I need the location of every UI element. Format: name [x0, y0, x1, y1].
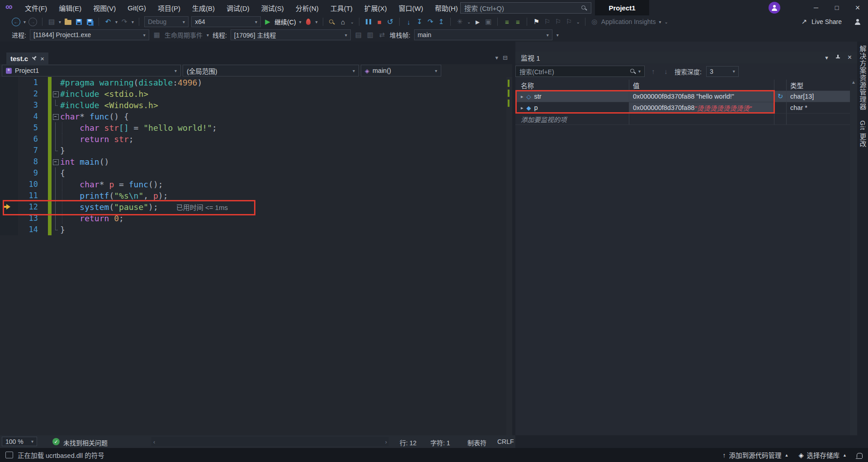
copy-icon[interactable]: ▣: [484, 17, 492, 27]
code-text[interactable]: char* func() {: [60, 111, 506, 122]
search-depth-combo[interactable]: 3▾: [706, 66, 739, 77]
code-line[interactable]: 12system("pause");已用时间 <= 1ms: [0, 201, 506, 213]
parallel-stacks-icon[interactable]: ▥: [366, 30, 374, 40]
navigate-forward-icon[interactable]: →: [28, 17, 37, 27]
close-panel-icon[interactable]: ×: [848, 53, 852, 62]
code-line[interactable]: 7}: [0, 145, 506, 156]
column-header-type[interactable]: 类型: [787, 80, 850, 90]
editor-dropdown-icon[interactable]: ▾: [495, 54, 499, 61]
break-all-icon[interactable]: [364, 17, 373, 27]
toggle-threads-icon[interactable]: ⇄: [378, 30, 386, 40]
code-line[interactable]: 6return str;: [0, 133, 506, 145]
expander-icon[interactable]: ▸: [521, 94, 524, 100]
notifications-bell-icon[interactable]: [857, 453, 863, 458]
breakpoint-margin[interactable]: [0, 111, 18, 122]
watch-name-cell[interactable]: ▸◆p: [515, 102, 629, 113]
account-avatar[interactable]: [769, 2, 780, 14]
status-column[interactable]: 字符: 1: [430, 438, 450, 447]
fold-collapse-button[interactable]: [52, 88, 60, 100]
code-text[interactable]: char str[] = "hello world!";: [60, 122, 506, 133]
menu-item[interactable]: 编辑(E): [53, 3, 87, 13]
watch-panel-header[interactable]: 监视 1 ▾ ×: [515, 52, 857, 63]
search-prev-icon[interactable]: ↑: [649, 67, 657, 76]
breakpoint-margin[interactable]: [0, 167, 18, 179]
watch-value-cell[interactable]: 0x000000f8d370fa88 "烫烫烫烫烫烫烫烫": [629, 102, 774, 113]
column-header-name[interactable]: 名称: [515, 80, 629, 90]
feedback-icon[interactable]: [854, 17, 862, 27]
next-bookmark-icon[interactable]: ⚐: [554, 17, 562, 27]
stop-debugging-icon[interactable]: ■: [375, 17, 383, 27]
watch-add-row[interactable]: 添加要监视的项: [515, 114, 850, 125]
save-icon[interactable]: [75, 17, 83, 27]
breakpoint-margin[interactable]: [0, 156, 18, 167]
nav-scope-combo[interactable]: (全局范围) ▾: [183, 65, 359, 76]
thread-combo[interactable]: [17096] 主线程▾: [231, 29, 351, 40]
code-text[interactable]: {: [60, 167, 506, 179]
step-over-icon[interactable]: ↷: [426, 17, 434, 27]
toolbar2-overflow-icon[interactable]: ▾: [557, 33, 559, 38]
window-position-icon[interactable]: ▾: [825, 54, 828, 61]
watch-scrollbar[interactable]: ▲: [850, 80, 857, 435]
code-editor[interactable]: 1#pragma warning(disable:4996)2#include …: [0, 77, 506, 435]
status-line[interactable]: 行: 12: [400, 438, 416, 447]
breakpoint-margin[interactable]: [0, 100, 18, 111]
continue-label[interactable]: 继续(C): [274, 17, 296, 26]
code-text[interactable]: #include <stdio.h>: [60, 88, 506, 100]
health-check-icon[interactable]: ✓: [52, 438, 60, 445]
nav-member-combo[interactable]: ◈ main() ▾: [361, 65, 441, 76]
bookmark-icon[interactable]: ⚑: [532, 17, 540, 27]
code-line[interactable]: 8int main(): [0, 156, 506, 167]
solution-configuration-combo[interactable]: Debug▾: [144, 16, 189, 27]
code-line[interactable]: 5char str[] = "hello world!";: [0, 122, 506, 133]
split-window-icon[interactable]: ⊟: [503, 54, 508, 61]
continue-button[interactable]: ▶: [264, 17, 272, 27]
solution-platform-combo[interactable]: x64▾: [191, 16, 261, 27]
horizontal-scrollbar[interactable]: ‹ ›: [151, 437, 389, 446]
select-repository-button[interactable]: ◈ 选择存储库 ▲: [798, 450, 847, 460]
scroll-right-icon[interactable]: ›: [385, 438, 387, 445]
quick-search-input[interactable]: 搜索 (Ctrl+Q): [460, 2, 591, 14]
maximize-button[interactable]: □: [826, 0, 847, 15]
menu-item[interactable]: 扩展(X): [359, 3, 393, 13]
code-text[interactable]: printf("%s\n", p);: [60, 190, 506, 201]
watch-row[interactable]: ▸◇str0x000000f8d370fa88 "hello world!"↻c…: [515, 91, 850, 102]
code-text[interactable]: return 0;: [60, 213, 506, 224]
code-text[interactable]: return str;: [60, 133, 506, 145]
expander-icon[interactable]: ▸: [521, 105, 524, 111]
menu-item[interactable]: 测试(S): [255, 3, 290, 13]
code-line[interactable]: 14}: [0, 224, 506, 235]
zoom-combo[interactable]: 100 %▾: [2, 437, 37, 446]
breakpoint-margin[interactable]: [0, 88, 18, 100]
build-hierarchy-icon[interactable]: ≡: [503, 17, 511, 27]
minimize-button[interactable]: ─: [806, 0, 826, 15]
fold-collapse-button[interactable]: [52, 156, 60, 167]
code-line[interactable]: 1#pragma warning(disable:4996): [0, 77, 506, 88]
close-tab-icon[interactable]: ×: [40, 55, 44, 62]
run-to-cursor-icon[interactable]: ►: [473, 17, 481, 27]
watch-row[interactable]: ▸◆p0x000000f8d370fa88 "烫烫烫烫烫烫烫烫"char *: [515, 102, 850, 114]
code-line[interactable]: 11printf("%s\n", p);: [0, 190, 506, 201]
status-tabs-mode[interactable]: 制表符: [467, 438, 486, 447]
breakpoint-margin[interactable]: [0, 133, 18, 145]
menu-item[interactable]: 工具(T): [325, 3, 359, 13]
menu-item[interactable]: 窗口(W): [393, 3, 429, 13]
code-line[interactable]: 10char* p = func();: [0, 179, 506, 190]
code-text[interactable]: #include <Windows.h>: [60, 100, 506, 111]
fold-collapse-button[interactable]: [52, 111, 60, 122]
code-text[interactable]: #pragma warning(disable:4996): [60, 77, 506, 88]
pin-panel-icon[interactable]: [835, 55, 840, 60]
breakpoint-margin[interactable]: [0, 213, 18, 224]
menu-item[interactable]: 项目(P): [152, 3, 186, 13]
code-line[interactable]: 4char* func() {: [0, 111, 506, 122]
undo-icon[interactable]: ↶: [104, 17, 112, 27]
navigate-back-dropdown[interactable]: ▾: [24, 19, 26, 24]
breakpoint-margin[interactable]: [0, 224, 18, 235]
step-out-icon[interactable]: ↥: [437, 17, 445, 27]
add-watch-placeholder[interactable]: 添加要监视的项: [521, 114, 567, 124]
menu-item[interactable]: 生成(B): [186, 3, 221, 13]
build-list-icon[interactable]: ≡: [514, 17, 522, 27]
breakpoint-margin[interactable]: [0, 179, 18, 190]
breakpoint-margin[interactable]: [0, 122, 18, 133]
breakpoint-margin[interactable]: [0, 77, 18, 88]
refresh-icon[interactable]: ↻: [778, 92, 783, 100]
